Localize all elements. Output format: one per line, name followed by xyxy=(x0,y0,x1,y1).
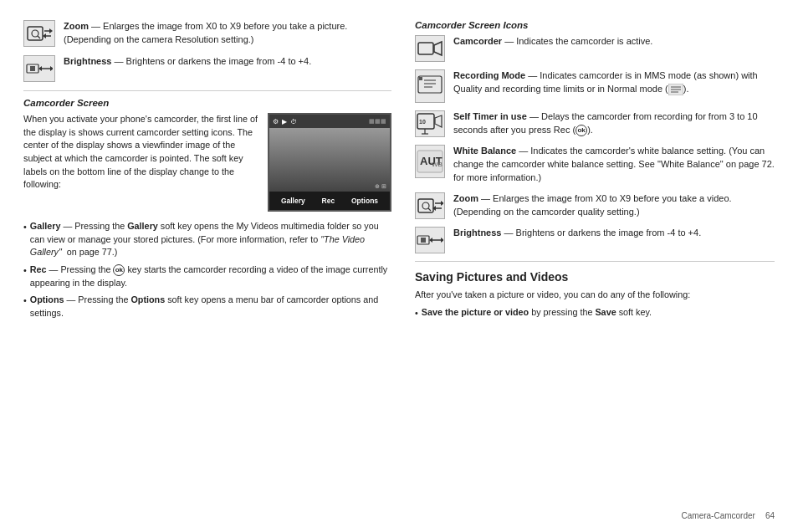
zoom-icon xyxy=(23,20,55,47)
brightness-label: Brightness xyxy=(64,56,111,66)
zoom-description: Zoom — Enlarges the image from X0 to X9 … xyxy=(64,20,391,47)
zoom-text: — Enlarges the image from X0 to X9 befor… xyxy=(64,21,347,44)
camcorder-screen-section: Camcorder Screen When you activate your … xyxy=(23,98,391,320)
left-column: Zoom — Enlarges the image from X0 to X9 … xyxy=(23,20,391,519)
brightness-row: Brightness — Brightens or darkens the im… xyxy=(23,55,391,82)
svg-rect-39 xyxy=(421,238,426,243)
brightness-icon xyxy=(23,55,55,82)
zoom-cam-label: Zoom xyxy=(453,193,478,203)
svg-marker-24 xyxy=(435,115,442,127)
camcorder-bullets: • Gallery — Pressing the Gallery soft ke… xyxy=(23,220,391,320)
self-timer-text: Self Timer in use — Delays the camcorder… xyxy=(453,110,775,137)
recording-mode-label: Recording Mode xyxy=(453,70,525,80)
saving-bullet-dot: • xyxy=(415,307,418,320)
screen-top-icon3: ⏱ xyxy=(290,118,297,125)
right-column: Camcorder Screen Icons Camcorder — Indic… xyxy=(415,20,775,519)
zoom-row: Zoom — Enlarges the image from X0 to X9 … xyxy=(23,20,391,47)
zoom-cam-text: Zoom — Enlarges the image from X0 to X9 … xyxy=(453,192,775,219)
brightness-cam-row: Brightness — Brightens or darkens the im… xyxy=(415,227,775,253)
camcorder-screen-title: Camcorder Screen xyxy=(23,98,391,108)
svg-text:10: 10 xyxy=(419,119,426,125)
zoom-cam-icon xyxy=(415,192,445,219)
options-btn-label: Options xyxy=(351,197,378,205)
white-balance-label: White Balance xyxy=(453,146,516,156)
camcorder-screen-icons-title: Camcorder Screen Icons xyxy=(415,20,775,30)
recording-mode-row: Recording Mode — Indicates camcorder is … xyxy=(415,69,775,103)
svg-marker-10 xyxy=(50,66,53,71)
self-timer-label: Self Timer in use xyxy=(453,111,527,121)
self-timer-icon: 10 xyxy=(415,110,445,137)
svg-rect-12 xyxy=(418,43,433,54)
recording-mode-icon xyxy=(415,69,445,103)
white-balance-text: White Balance — Indicates the camcorder'… xyxy=(453,145,775,185)
recording-mode-text: Recording Mode — Indicates camcorder is … xyxy=(453,69,775,96)
brightness-text: — Brightens or darkens the image from -4… xyxy=(111,56,311,66)
svg-rect-8 xyxy=(30,66,35,71)
bullet-gallery: • Gallery — Pressing the Gallery soft ke… xyxy=(23,220,391,259)
camcorder-active-text: Camcorder — Indicates the camcorder is a… xyxy=(453,35,775,49)
bullet-options: • Options — Pressing the Options soft ke… xyxy=(23,294,391,320)
screen-display: ⚙ ▶ ⏱ ▦▦▦ ⊕ ⊞ Gallery Rec Options xyxy=(268,113,391,212)
self-timer-ok-icon: ok xyxy=(575,125,587,136)
bullet-gallery-text: Gallery — Pressing the Gallery soft key … xyxy=(30,220,391,259)
bullet-rec-text: Rec — Pressing the ok key starts the cam… xyxy=(30,263,391,289)
ok-icon: ok xyxy=(113,264,125,276)
gallery-btn-label: Gallery xyxy=(281,197,305,205)
saving-bullet-text: Save the picture or video by pressing th… xyxy=(422,306,652,320)
zoom-cam-row: Zoom — Enlarges the image from X0 to X9 … xyxy=(415,192,775,219)
screen-top-icon1: ⚙ xyxy=(273,118,279,125)
brightness-cam-label: Brightness xyxy=(453,228,501,238)
svg-marker-13 xyxy=(434,42,442,55)
brightness-cam-text: Brightness — Brightens or darkens the im… xyxy=(453,227,775,240)
white-balance-row: AUT WB White Balance — Indicates the cam… xyxy=(415,145,775,185)
footer-page-number: 64 xyxy=(765,511,775,520)
svg-marker-36 xyxy=(441,201,443,206)
camcorder-active-label: Camcorder xyxy=(453,36,502,46)
svg-rect-18 xyxy=(419,77,422,80)
white-balance-icon: AUT WB xyxy=(415,145,445,178)
screen-top-bar: ⚙ ▶ ⏱ ▦▦▦ xyxy=(269,115,390,128)
svg-point-32 xyxy=(422,202,429,209)
camcorder-active-row: Camcorder — Indicates the camcorder is a… xyxy=(415,35,775,62)
svg-text:WB: WB xyxy=(432,161,442,168)
rec-btn-label: Rec xyxy=(322,197,335,205)
camcorder-screen-block: When you activate your phone's camcorder… xyxy=(23,113,391,212)
footer-section: Camera-Camcorder xyxy=(682,511,755,520)
bullet-options-text: Options — Pressing the Options soft key … xyxy=(30,294,391,320)
svg-marker-41 xyxy=(441,238,443,243)
camcorder-screen-mockup: ⚙ ▶ ⏱ ▦▦▦ ⊕ ⊞ Gallery Rec Options xyxy=(268,113,391,212)
saving-bullet-1: • Save the picture or video by pressing … xyxy=(415,306,775,320)
screen-top-icon2: ▶ xyxy=(282,118,287,125)
svg-marker-5 xyxy=(49,28,53,33)
zoom-label: Zoom xyxy=(64,21,89,31)
brightness-cam-icon xyxy=(415,227,445,253)
svg-line-33 xyxy=(428,208,431,211)
self-timer-row: 10 Self Timer in use — Delays the camcor… xyxy=(415,110,775,137)
camcorder-active-icon xyxy=(415,35,445,62)
bullet-dot-1: • xyxy=(23,221,27,259)
bullet-dot-2: • xyxy=(23,264,27,289)
brightness-description: Brightness — Brightens or darkens the im… xyxy=(64,55,391,69)
screen-bottom-bar: Gallery Rec Options xyxy=(269,192,390,210)
saving-title: Saving Pictures and Videos xyxy=(415,270,775,284)
svg-line-2 xyxy=(38,36,40,38)
saving-desc: After you've taken a picture or video, y… xyxy=(415,289,775,302)
page-footer: Camera-Camcorder 64 xyxy=(682,511,775,520)
camcorder-screen-description: When you activate your phone's camcorder… xyxy=(23,113,259,212)
bullet-dot-3: • xyxy=(23,294,27,320)
screen-viewfinder: ⊕ ⊞ xyxy=(269,128,390,192)
svg-point-1 xyxy=(32,30,38,37)
bullet-rec: • Rec — Pressing the ok key starts the c… xyxy=(23,263,391,289)
screen-top-icon4: ▦▦▦ xyxy=(369,118,386,125)
